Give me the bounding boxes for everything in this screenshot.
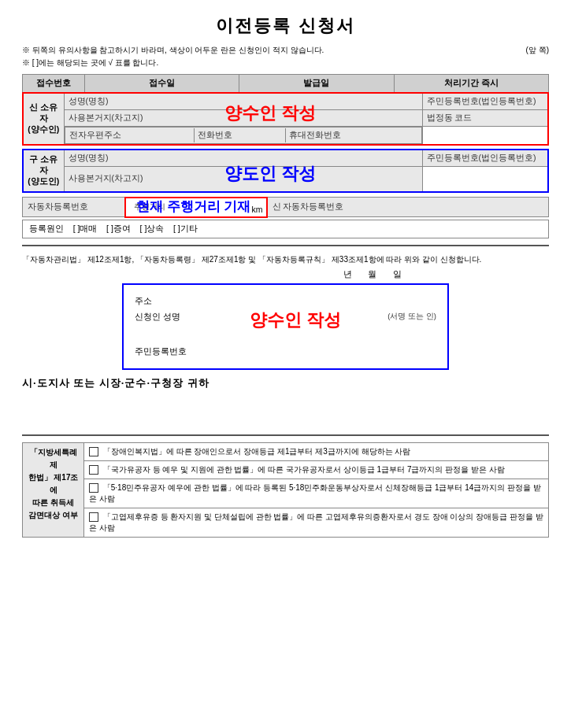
new-owner-table: 신 소유자(양수인) 성명(명칭) 주민등록번호(법인등록번호) 사용본거지(차…	[22, 92, 549, 146]
header-table: 접수번호 접수일 발급일 처리기간 즉시	[22, 74, 549, 93]
new-owner-email-label: 전자우편주소 전화번호 휴대전화번호	[65, 127, 422, 144]
vehicle-table: 자동차등록번호 주행거리 km 신 자동차등록번호	[22, 197, 549, 218]
col-processing-time: 처리기간 즉시	[394, 75, 548, 93]
new-owner-mobile-value	[422, 127, 548, 146]
bracket-4	[89, 512, 98, 522]
sig-id-row: 주민등록번호	[135, 346, 436, 357]
sig-name-row-wrapper: 신청인 성명 (서명 또는 인) 양수인 작성	[135, 312, 436, 342]
tax-reduction-table: 「지방세특례제한법」 제17조에따른 취득세감면대상 여부 「장애인복지법」에 …	[22, 442, 549, 538]
mileage-cell: 주행거리 km	[125, 198, 267, 217]
reg-reason-table: 등록원인 [ ]매매 [ ]증여 [ ]상속 [ ]기타	[22, 220, 549, 238]
col-issue-date: 발급일	[239, 75, 394, 93]
vehicle-reg-num-label: 자동차등록번호	[23, 198, 125, 217]
signature-box: 주소 신청인 성명 (서명 또는 인) 양수인 작성 주민등록번호	[122, 283, 449, 370]
reg-reason-매매: [ ]매매	[73, 224, 98, 233]
separator-2	[22, 434, 549, 436]
reg-reason-증여: [ ]증여	[106, 224, 131, 233]
date-row: 년 월 일	[22, 269, 402, 280]
reg-reason-cell: 등록원인 [ ]매매 [ ]증여 [ ]상속 [ ]기타	[23, 220, 549, 238]
mileage-label: 주행거리	[131, 201, 169, 212]
separator-1	[22, 245, 549, 246]
reg-reason-label: 등록원인	[29, 224, 64, 233]
sig-note: (서명 또는 인)	[387, 312, 436, 322]
old-owner-overlay: 양도인 작성	[224, 162, 316, 186]
reg-reason-상속: [ ]상속	[140, 224, 165, 233]
new-owner-dong-label: 법정동 코드	[422, 110, 548, 127]
page-title: 이전등록 신청서	[22, 14, 549, 38]
old-owner-label: 구 소유자(양도인)	[23, 150, 64, 192]
old-owner-name-label: 성명(명칭)	[64, 150, 422, 167]
col-receipt-date: 접수일	[84, 75, 239, 93]
spacer	[22, 398, 549, 428]
sig-id-label: 주민등록번호	[135, 346, 187, 357]
reduction-item-2: 「국가유공자 등 예우 및 지원에 관한 법률」에 따른 국가유공자로서 상이등…	[84, 460, 549, 479]
old-owner-id-value	[422, 167, 548, 192]
sig-address-label: 주소	[135, 296, 179, 307]
legal-notice: 「자동차관리법」 제12조제1항, 「자동차등록령」 제27조제1항 및 「자동…	[22, 253, 549, 266]
new-owner-label: 신 소유자(양수인)	[23, 93, 64, 145]
reduction-item-3: 「5·18민주유공자 예우에 관한 법률」에 따라 등록된 5·18민주화운동부…	[84, 479, 549, 508]
old-owner-address-label: 사용본거지(차고지) 양도인 작성	[64, 167, 422, 192]
new-owner-id-label: 주민등록번호(법인등록번호)	[422, 93, 548, 110]
notice-line-1: ※ 뒤쪽의 유의사항을 참고하시기 바라며, 색상이 어두운 란은 신청인이 적…	[22, 44, 549, 57]
new-reg-num-label: 신 자동차등록번호	[267, 198, 549, 217]
recipient: 시·도지사 또는 시장·군수·구청장 귀하	[22, 376, 549, 390]
sig-address-row: 주소	[135, 296, 436, 307]
old-owner-id-label: 주민등록번호(법인등록번호)	[422, 150, 548, 167]
old-owner-table: 구 소유자(양도인) 성명(명칭) 주민등록번호(법인등록번호) 사용본거지(차…	[22, 149, 549, 193]
sig-name-row: 신청인 성명 (서명 또는 인)	[135, 312, 436, 323]
tax-reduction-label: 「지방세특례제한법」 제17조에따른 취득세감면대상 여부	[23, 442, 84, 537]
bracket-1	[89, 447, 98, 456]
bracket-2	[89, 465, 98, 475]
reduction-item-1: 「장애인복지법」에 따른 장애인으로서 장애등급 제1급부터 제3급까지에 해당…	[84, 442, 549, 460]
bracket-3	[89, 483, 98, 493]
notice-block: (앞 쪽) ※ 뒤쪽의 유의사항을 참고하시기 바라며, 색상이 어두운 란은 …	[22, 44, 549, 69]
reduction-item-4: 「고엽제후유증 등 환자지원 및 단체설립에 관한 법률」에 따른 고엽제후유의…	[84, 508, 549, 537]
col-receipt-num: 접수번호	[23, 75, 85, 93]
notice-line-2: ※ [ ]에는 해당되는 곳에 √ 표를 합니다.	[22, 57, 549, 69]
mileage-unit: km	[252, 205, 263, 214]
page-container: { "title": "이전등록 신청서", "notice_lines": […	[0, 0, 571, 552]
new-owner-name-label: 성명(명칭)	[64, 93, 422, 110]
new-owner-address-label: 사용본거지(차고지) 양수인 작성	[64, 110, 422, 127]
reg-reason-기타: [ ]기타	[173, 224, 198, 233]
right-note: (앞 쪽)	[526, 44, 549, 57]
sig-applicant-label: 신청인 성명	[135, 312, 180, 323]
